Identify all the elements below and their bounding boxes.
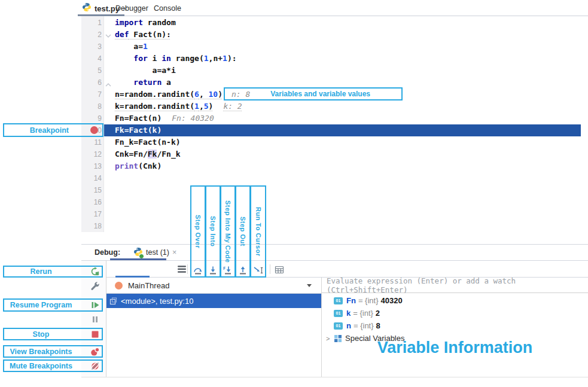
code-token: def [115,30,129,39]
line-number[interactable]: 12 [81,148,102,160]
thread-selector[interactable]: MainThread [106,278,321,294]
code-line[interactable]: a=1 [115,41,148,53]
debug-session-tab-label: test (1) [146,248,169,257]
rerun-annotation: Rerun [3,266,103,278]
step-annotation-label: Step Into [209,216,217,247]
step-annotation-label: Run To Cursor [255,207,262,257]
code-token: Fk=Fact(k) [115,126,162,135]
code-line[interactable]: Cnk=Fn/Fk/Fn_k [115,148,181,160]
fold-open-icon[interactable] [105,30,112,37]
line-number[interactable]: 3 [81,41,102,53]
line-number[interactable]: 6 [81,77,102,89]
code-line[interactable]: Fk=Fact(k) [115,124,162,136]
code-token: random [143,18,176,27]
code-token: range( [171,54,204,63]
thread-name: MainThread [128,281,169,290]
toolbar-separator [270,264,270,274]
code-line[interactable]: a=a*i [115,65,176,77]
code-line[interactable]: return a [115,77,171,89]
code-token: ): [227,54,237,63]
step-annotation-box: Step Out [235,185,251,278]
debug-panel-label: Debug: [95,248,120,257]
stack-frame-row[interactable]: <module>, test.py:10 [106,294,321,308]
code-line[interactable]: k=random.randint(1,5)k: 2 [115,100,242,112]
tab-console[interactable]: Console [154,4,181,13]
view-options-icon[interactable] [177,265,187,276]
code-line[interactable]: def Fact(n): [115,29,171,41]
fold-close-icon[interactable] [105,79,112,86]
step-annotation-box: Run To Cursor [250,185,266,278]
primitive-type-badge: 01 [334,297,343,304]
code-line[interactable]: n=random.randint(6, 10) [115,89,223,100]
line-number[interactable]: 15 [81,184,102,196]
code-line[interactable]: for i in range(1,n+1): [115,53,237,65]
code-line[interactable]: Fn=Fact(n)Fn: 40320 [115,112,214,124]
line-number[interactable]: 4 [81,53,102,65]
line-number[interactable]: 18 [81,220,102,232]
code-token: 1 [143,42,148,51]
variable-name: Fn [346,296,356,305]
code-token: Fn_k=Fact(n-k) [115,138,181,147]
tab-debugger[interactable]: Debugger [115,4,148,13]
line-number[interactable]: 7 [81,89,102,100]
variable-information-annotation: Variable Information [322,339,588,357]
inline-hint-n: n: 8 [231,90,250,99]
code-token: Fn=Fact(n) [115,114,162,123]
code-token: a [162,78,171,87]
variable-type: = {int} [358,296,379,305]
line-number[interactable]: 5 [81,65,102,77]
code-token: a=a*i [115,66,176,75]
code-token: (Cnk) [138,161,162,170]
evaluate-expression-icon[interactable] [275,265,284,277]
step-annotation-label: Step Into My Code [224,200,231,263]
code-token: k=random.randint( [115,102,194,111]
variable-row[interactable]: 01k= {int}2 [322,307,588,319]
mute-breakpoints-annotation-label: Mute Breakpoints [10,362,72,370]
inline-debug-hint: Fn: 40320 [172,114,214,123]
debug-tab-underline [110,258,166,260]
variable-value: 8 [376,321,380,330]
code-token: a= [115,42,143,51]
line-number[interactable]: 16 [81,196,102,208]
breakpoint-annotation-label: Breakpoint [30,126,69,135]
code-line[interactable]: Fn_k=Fact(n-k) [115,136,181,148]
evaluate-expression-input[interactable]: Evaluate expression (Enter) or add a wat… [322,278,588,293]
chevron-down-icon[interactable] [307,284,312,287]
close-icon[interactable]: × [172,248,176,257]
primitive-type-badge: 01 [334,322,343,330]
evaluate-placeholder: Evaluate expression (Enter) or add a wat… [327,276,588,294]
line-number[interactable]: 9 [81,112,102,124]
variables-annotation-label: Variables and variable values [250,90,391,98]
line-number[interactable]: 1 [81,17,102,29]
resume-annotation-label: Resume Program [10,301,72,309]
current-execution-line-highlight [104,124,581,136]
variable-name: k [346,309,351,318]
code-line[interactable]: print(Cnk) [115,160,162,172]
code-token: for [133,54,147,63]
python-run-icon [133,247,143,258]
variable-row[interactable]: 01Fn= {int}40320 [322,294,588,307]
line-number[interactable]: 11 [81,136,102,148]
line-number[interactable]: 14 [81,172,102,184]
line-number[interactable]: 13 [81,160,102,172]
primitive-type-badge: 01 [334,310,343,317]
step-annotation-box: Step Into [205,185,221,278]
variable-type: = {int} [354,321,374,330]
debug-session-tab[interactable]: test (1) × [133,247,176,258]
pycharm-debug-window: test.py × 1import random2def Fact(n):3 a… [0,0,588,387]
code-token: /Fn_k [157,150,180,159]
toolbar-separator [187,264,188,274]
code-token: 6 [194,90,199,99]
code-line[interactable]: import random [115,17,176,29]
step-annotation-label: Step Out [239,217,246,246]
variable-row[interactable]: 01n= {int}8 [322,319,588,332]
code-token: import [115,18,143,27]
code-token: 10 [209,90,218,99]
code-token: 1 [194,102,199,111]
line-number[interactable]: 2 [81,29,102,41]
wrench-icon[interactable] [90,281,100,291]
line-number[interactable]: 8 [81,100,102,112]
line-number[interactable]: 17 [81,208,102,220]
variable-type: = {int} [353,309,373,318]
pause-icon[interactable] [90,315,100,324]
